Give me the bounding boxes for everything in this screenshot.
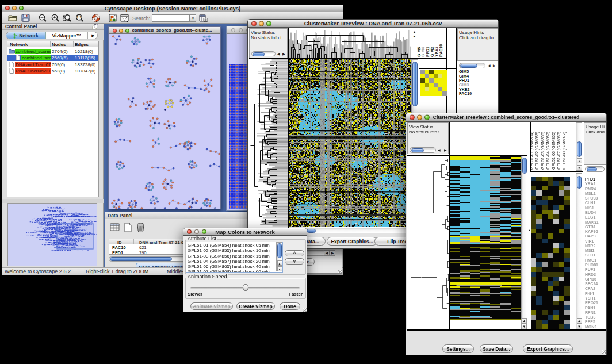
tv2-collabel-scrollbar[interactable]: ▲ ▼ — [576, 122, 582, 171]
matrix-cell[interactable] — [425, 91, 430, 96]
tv2-genelist-scrollbar[interactable]: ▲ ▼ — [576, 173, 582, 329]
matrix-cell[interactable] — [438, 87, 443, 92]
inner-minimize-icon[interactable] — [119, 29, 123, 33]
matrix-cell[interactable] — [442, 74, 447, 79]
zoom-out-icon[interactable] — [38, 14, 47, 22]
attr-col-id[interactable]: ID — [117, 240, 122, 245]
attribute-list-item[interactable]: GPL51-04 (GSM857) heat shock 20 min — [188, 259, 274, 264]
attribute-list-down[interactable]: ▼ — [277, 266, 282, 271]
tv2-subzoom-slider[interactable] — [585, 166, 605, 172]
matrix-cell[interactable] — [438, 78, 443, 83]
tv1-zoom-slider[interactable] — [251, 51, 276, 56]
tv2-button-save-data[interactable]: Save Data... — [480, 344, 513, 353]
tv2-zoom-slider[interactable] — [410, 147, 436, 153]
matrix-cell[interactable] — [438, 70, 443, 74]
fragment-scroll-left[interactable]: ◀ — [324, 250, 330, 256]
tv1-correlation-matrix[interactable] — [420, 70, 447, 96]
search-input[interactable] — [152, 14, 190, 22]
col-edges[interactable]: Edges — [75, 42, 89, 47]
tv1-slider-right-arrow[interactable]: ▶ — [282, 52, 285, 56]
matrix-cell[interactable] — [425, 70, 430, 74]
animate-vizmap-button[interactable]: Animate Vizmap — [190, 302, 233, 310]
network-table-row[interactable]: combined_scores_2764(0)16218(0) — [7, 48, 98, 55]
move-up-button[interactable]: ^ — [285, 250, 304, 256]
attribute-list-scroll-thumb[interactable] — [277, 243, 282, 258]
treeview2-titlebar[interactable]: ClusterMaker TreeView : combined_scores_… — [406, 113, 606, 122]
minimize-button[interactable] — [417, 115, 422, 120]
fragment-resize-grip[interactable] — [338, 270, 342, 273]
cytoscape-titlebar[interactable]: Cytoscape Desktop (Session Name: collins… — [2, 5, 343, 12]
tv2-zoom-heatmap[interactable] — [531, 177, 570, 329]
tv2-genelist-up[interactable]: ▲ — [577, 318, 582, 324]
tab-vizmapper[interactable]: VizMapper™ — [46, 32, 88, 39]
birdseye-view[interactable] — [7, 203, 97, 266]
tv2-collabel-down[interactable]: ▼ — [577, 165, 582, 170]
search-options-icon[interactable] — [199, 14, 208, 22]
tv1-column-dendrogram[interactable] — [289, 28, 411, 58]
tv1-subzoom-left[interactable]: ◀ — [488, 64, 491, 67]
zoom-button[interactable] — [202, 229, 206, 234]
tv2-vscroll-up[interactable]: ▲ — [522, 318, 527, 324]
animation-speed-thumb[interactable] — [243, 284, 248, 291]
matrix-cell[interactable] — [429, 87, 434, 92]
tv1-subzoom-right[interactable]: ▶ — [493, 64, 496, 67]
move-down-button[interactable]: v — [285, 258, 304, 265]
open-session-icon[interactable] — [8, 14, 18, 22]
attribute-list[interactable]: GPL51-01 (GSM854) heat shock 05 minGPL51… — [186, 242, 283, 273]
tv1-row-dendrogram[interactable] — [249, 59, 288, 227]
matrix-cell[interactable] — [420, 91, 425, 96]
matrix-cell[interactable] — [425, 87, 430, 92]
tv1-zoom-slider-thumb[interactable] — [253, 52, 265, 56]
zoom-button[interactable] — [19, 6, 24, 10]
matrix-cell[interactable] — [425, 83, 430, 87]
matrix-cell[interactable] — [438, 83, 443, 87]
matrix-cell[interactable] — [425, 78, 430, 83]
fragment-scroll-right[interactable]: ▶ — [330, 250, 335, 256]
tab-overflow-button[interactable]: ▶ — [88, 32, 98, 39]
minimize-button[interactable] — [259, 21, 264, 26]
matrix-cell[interactable] — [434, 87, 438, 92]
matrix-cell[interactable] — [429, 70, 434, 74]
tv2-zoom-slider-thumb[interactable] — [411, 148, 424, 152]
tv2-heatmap[interactable] — [450, 156, 521, 320]
matrix-cell[interactable] — [425, 74, 430, 79]
tv1-vscroll-thumb[interactable] — [412, 62, 418, 106]
zoom-button[interactable] — [424, 115, 430, 120]
tv2-button-settings[interactable]: Settings... — [442, 344, 474, 353]
close-button[interactable] — [5, 6, 10, 10]
matrix-cell[interactable] — [434, 78, 438, 83]
attribute-list-item[interactable]: GPL51-02 (GSM855) heat shock 10 min — [188, 248, 274, 253]
data-panel-hscroll-thumb[interactable] — [110, 257, 172, 261]
attribute-select-icon[interactable] — [110, 223, 120, 232]
col-network[interactable]: Network — [10, 42, 28, 47]
matrix-cell[interactable] — [434, 70, 438, 74]
network-view-window-1[interactable]: combined_scores_good.txt--cluste... — [108, 26, 221, 209]
float-panel-icon[interactable] — [92, 24, 98, 30]
tv2-vscroll-thumb[interactable] — [522, 158, 527, 174]
tv1-hscrollbar[interactable] — [290, 228, 410, 233]
matrix-cell[interactable] — [420, 74, 425, 79]
close-button[interactable] — [251, 21, 257, 26]
matrix-cell[interactable] — [429, 74, 434, 79]
tv2-vscrollbar[interactable]: ▲ ▼ — [521, 156, 527, 329]
matrix-cell[interactable] — [442, 78, 447, 83]
tv2-collabel-up[interactable]: ▲ — [577, 158, 582, 163]
save-session-icon[interactable] — [21, 14, 30, 22]
tv2-genelist-down[interactable]: ▼ — [577, 324, 582, 329]
inner-close-icon[interactable] — [113, 29, 117, 33]
search-dropdown-button[interactable]: ▼ — [190, 14, 196, 22]
tv1-heatmap[interactable] — [289, 59, 411, 227]
filter-icon[interactable] — [120, 14, 129, 22]
matrix-cell[interactable] — [429, 78, 434, 83]
dialog-resize-grip[interactable] — [303, 308, 307, 312]
matrix-cell[interactable] — [434, 74, 438, 79]
col-nodes[interactable]: Nodes — [52, 42, 66, 47]
tv1-subzoom-slider[interactable] — [459, 63, 485, 68]
matrix-cell[interactable] — [420, 83, 425, 87]
tv1-slider-left-arrow[interactable]: ◀ — [277, 52, 280, 56]
tab-network[interactable]: Network — [6, 32, 46, 39]
matrix-cell[interactable] — [420, 87, 425, 92]
attribute-list-item[interactable]: GPL51-06 (GSM865) heat shock 40 min — [188, 264, 274, 269]
matrix-cell[interactable] — [434, 91, 438, 96]
attribute-list-item[interactable]: GPL51-07 (GSM868) heat shock 60 min — [188, 269, 274, 273]
